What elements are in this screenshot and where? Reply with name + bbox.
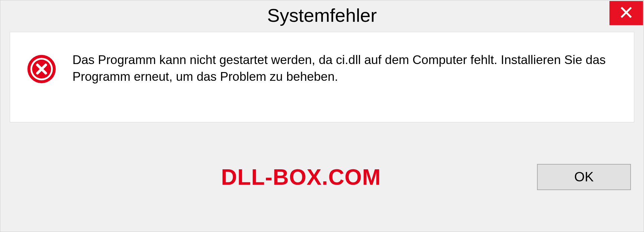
- dialog-footer: DLL-BOX.COM OK: [0, 122, 644, 232]
- titlebar: Systemfehler: [0, 0, 644, 30]
- ok-button[interactable]: OK: [537, 164, 631, 190]
- error-dialog: Systemfehler Das Programm kann nicht ges…: [0, 0, 644, 232]
- watermark-text: DLL-BOX.COM: [221, 164, 381, 190]
- dialog-title: Systemfehler: [267, 4, 377, 26]
- close-icon: [620, 6, 633, 20]
- close-button[interactable]: [609, 1, 643, 25]
- error-icon: [27, 54, 56, 84]
- content-area: Das Programm kann nicht gestartet werden…: [10, 32, 634, 122]
- error-message: Das Programm kann nicht gestartet werden…: [72, 52, 617, 85]
